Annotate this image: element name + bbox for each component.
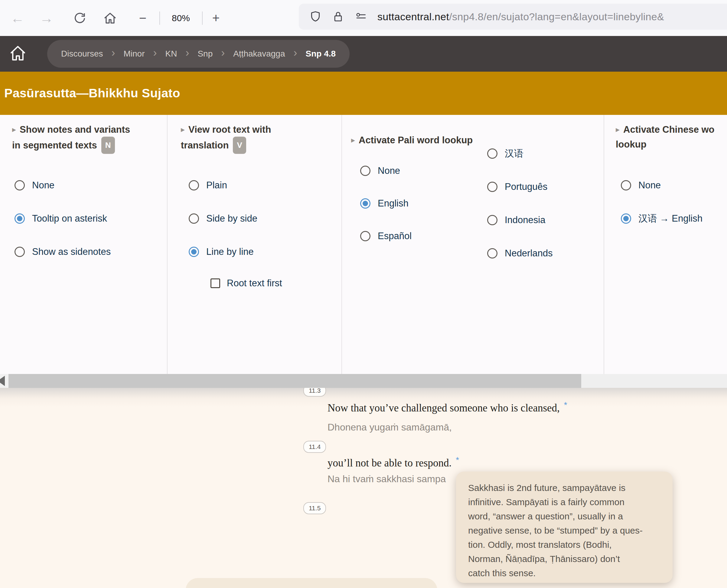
radio-option-tooltip-on-asterisk[interactable]: Tooltip on asterisk bbox=[15, 212, 111, 225]
radio-option-nederlands[interactable]: Nederlands bbox=[487, 247, 553, 259]
notes-section-header[interactable]: ▸Show notes and variants in segmented te… bbox=[12, 122, 157, 154]
radio-selected-icon[interactable] bbox=[360, 198, 371, 209]
radio-option-side-by-side[interactable]: Side by side bbox=[189, 212, 257, 225]
translation-line: Now that you’ve challenged someone who i… bbox=[328, 402, 567, 414]
pali-lookup-title: Activate Pali word lookup bbox=[359, 135, 473, 145]
tooltip-line: infinitive. Sampāyati is a fairly common bbox=[468, 495, 661, 509]
breadcrumb-item-snp[interactable]: Snp bbox=[198, 49, 213, 59]
chinese-lookup-section-header[interactable]: ▸Activate Chinese wo lookup bbox=[616, 122, 727, 151]
notes-title-line1: Show notes and variants bbox=[20, 124, 130, 135]
radio-option-none[interactable]: None bbox=[15, 179, 111, 191]
back-button[interactable]: ← bbox=[8, 0, 27, 36]
breadcrumb-item-a-hakavagga[interactable]: Aṭṭhakavagga bbox=[233, 49, 285, 59]
radio-option-english[interactable]: 汉语 → English bbox=[621, 212, 703, 225]
root-text-radio-group: PlainSide by sideLine by line bbox=[189, 179, 257, 258]
radio-option-portugu-s[interactable]: Português bbox=[487, 181, 553, 193]
breadcrumb-item-minor[interactable]: Minor bbox=[123, 49, 145, 59]
next-note-card-partial bbox=[186, 578, 437, 588]
pali-lookup-radio-group-left: NoneEnglishEspañol bbox=[360, 165, 412, 242]
radio-unselected-icon[interactable] bbox=[487, 182, 497, 192]
radio-option-none[interactable]: None bbox=[360, 165, 412, 177]
sutta-content: 11.3 Now that you’ve challenged someone … bbox=[0, 388, 727, 588]
note-tooltip: Sakkhasi is 2nd future, sampayātave isin… bbox=[456, 471, 672, 583]
chevron-separator-icon: › bbox=[185, 47, 189, 58]
site-home-button[interactable] bbox=[8, 43, 27, 63]
breadcrumb-item-kn[interactable]: KN bbox=[165, 49, 177, 59]
reload-button[interactable] bbox=[70, 0, 89, 36]
zoom-level[interactable]: 80% bbox=[166, 0, 196, 36]
radio-option-label: Español bbox=[378, 231, 412, 241]
zoom-out-button[interactable]: − bbox=[135, 0, 151, 36]
radio-unselected-icon[interactable] bbox=[189, 213, 199, 224]
radio-option-english[interactable]: English bbox=[360, 197, 412, 210]
radio-option-line-by-line[interactable]: Line by line bbox=[189, 246, 257, 258]
pali-lookup-radio-group-right: 汉语PortuguêsIndonesiaNederlands bbox=[487, 148, 553, 259]
radio-unselected-icon[interactable] bbox=[15, 247, 25, 257]
expand-triangle-icon: ▸ bbox=[12, 122, 16, 136]
url-text[interactable]: suttacentral.net/snp4.8/en/sujato?lang=e… bbox=[377, 11, 664, 23]
radio-unselected-icon[interactable] bbox=[487, 248, 497, 258]
radio-unselected-icon[interactable] bbox=[15, 180, 25, 190]
permissions-icon[interactable] bbox=[354, 10, 368, 23]
breadcrumb-item-snp-4-8[interactable]: Snp 4.8 bbox=[306, 49, 336, 59]
url-bar[interactable]: suttacentral.net/snp4.8/en/sujato?lang=e… bbox=[299, 4, 727, 29]
radio-unselected-icon[interactable] bbox=[487, 148, 497, 159]
notes-radio-group: NoneTooltip on asteriskShow as sidenotes bbox=[15, 179, 111, 258]
home-button[interactable] bbox=[100, 0, 120, 36]
radio-option-label: None bbox=[638, 180, 661, 191]
chevron-separator-icon: › bbox=[153, 47, 157, 58]
segment-ref-11-4[interactable]: 11.4 bbox=[303, 441, 326, 453]
radio-option-label: Nederlands bbox=[505, 248, 553, 259]
radio-option-none[interactable]: None bbox=[621, 179, 703, 191]
shield-icon[interactable] bbox=[309, 10, 322, 23]
radio-option-label: Tooltip on asterisk bbox=[32, 213, 107, 224]
sutta-title-bar: Pasūrasutta—Bhikkhu Sujato bbox=[0, 72, 727, 115]
radio-unselected-icon[interactable] bbox=[360, 231, 371, 241]
radio-option-[interactable]: 汉语 bbox=[487, 148, 553, 160]
translation-line: you’ll not be able to respond.* bbox=[328, 457, 459, 469]
breadcrumb-item-discourses[interactable]: Discourses bbox=[61, 49, 103, 59]
scrollbar-thumb[interactable] bbox=[8, 374, 581, 388]
radio-option-label: 汉语 → English bbox=[638, 212, 703, 225]
radio-option-label: Show as sidenotes bbox=[32, 246, 111, 257]
root-text-title-line1: View root text with bbox=[188, 124, 271, 135]
segment-ref-label: 11.4 bbox=[309, 443, 320, 450]
chinese-lookup-radio-group: None汉语 → English bbox=[621, 179, 703, 225]
root-text-first-option[interactable]: Root text first bbox=[210, 277, 282, 289]
root-text-section-header[interactable]: ▸View root text with translationV bbox=[181, 122, 320, 154]
tooltip-line: word, “answer a question”, usually in a bbox=[468, 509, 661, 523]
radio-unselected-icon[interactable] bbox=[487, 215, 497, 225]
radio-option-espa-ol[interactable]: Español bbox=[360, 230, 412, 242]
radio-unselected-icon[interactable] bbox=[189, 180, 199, 190]
radio-option-label: Line by line bbox=[206, 246, 254, 257]
radio-option-plain[interactable]: Plain bbox=[189, 179, 257, 191]
settings-column-chinese-lookup: ▸Activate Chinese wo lookup None汉语 → Eng… bbox=[604, 115, 727, 374]
zoom-in-button[interactable]: + bbox=[208, 0, 224, 36]
radio-option-show-as-sidenotes[interactable]: Show as sidenotes bbox=[15, 246, 111, 258]
forward-button[interactable]: → bbox=[38, 0, 56, 36]
toolbar-separator bbox=[159, 12, 160, 25]
reload-icon bbox=[73, 11, 87, 25]
radio-option-indonesia[interactable]: Indonesia bbox=[487, 214, 553, 226]
checkbox-unchecked-icon[interactable] bbox=[210, 278, 220, 288]
segment-ref-11-5[interactable]: 11.5 bbox=[303, 502, 326, 514]
notes-title-line2: in segmented texts bbox=[12, 140, 97, 150]
radio-unselected-icon[interactable] bbox=[621, 180, 631, 190]
tooltip-line: Norman, Ñāṇadīpa, Ṭhānissaro) don’t bbox=[468, 552, 661, 566]
scroll-left-button[interactable] bbox=[0, 374, 8, 388]
radio-selected-icon[interactable] bbox=[189, 247, 199, 257]
page-title: Pasūrasutta—Bhikkhu Sujato bbox=[4, 72, 180, 115]
pali-lookup-section-header[interactable]: ▸Activate Pali word lookup bbox=[351, 133, 593, 148]
lock-icon[interactable] bbox=[332, 10, 344, 23]
settings-column-notes: ▸Show notes and variants in segmented te… bbox=[0, 115, 167, 374]
expand-triangle-icon: ▸ bbox=[181, 122, 185, 136]
root-line: Na hi tvaṁ sakkhasi sampa bbox=[328, 474, 446, 485]
radio-selected-icon[interactable] bbox=[15, 213, 25, 224]
radio-option-label: 汉语 bbox=[505, 147, 523, 160]
horizontal-scrollbar[interactable] bbox=[0, 374, 727, 388]
note-asterisk[interactable]: * bbox=[456, 455, 459, 465]
radio-selected-icon[interactable] bbox=[621, 213, 631, 224]
radio-unselected-icon[interactable] bbox=[360, 166, 371, 176]
note-asterisk[interactable]: * bbox=[564, 400, 567, 410]
tooltip-line: tion. Oddly, most translators (Bodhi, bbox=[468, 538, 661, 552]
